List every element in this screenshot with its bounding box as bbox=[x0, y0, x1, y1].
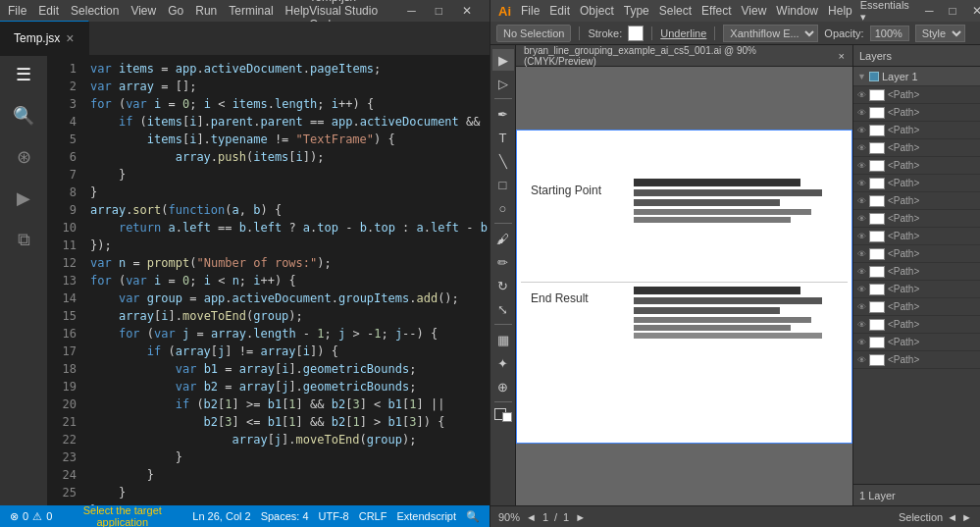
zoom-value[interactable]: 90% bbox=[498, 511, 520, 523]
layer-item[interactable]: 👁 <Path> bbox=[853, 192, 980, 210]
line-ending[interactable]: CRLF bbox=[359, 510, 387, 522]
ai-close[interactable]: ✕ bbox=[964, 2, 980, 20]
opacity-input[interactable] bbox=[870, 26, 909, 41]
xanthippe-select[interactable]: Xanthiflow E... bbox=[723, 25, 818, 42]
layer-item[interactable]: 👁 <Path> bbox=[853, 228, 980, 245]
status-nav-next[interactable]: ► bbox=[961, 511, 972, 523]
activity-extensions[interactable]: ⧉ bbox=[9, 225, 38, 254]
artboard-nav-next[interactable]: ► bbox=[575, 511, 586, 523]
layer-group-header[interactable]: ▼ Layer 1 bbox=[853, 67, 980, 86]
activity-search[interactable]: 🔍 bbox=[9, 101, 38, 131]
layer-item[interactable]: 👁 <Path> bbox=[853, 86, 980, 104]
stroke-color[interactable] bbox=[628, 26, 644, 41]
menu-go[interactable]: Go bbox=[168, 4, 183, 18]
ai-layers-panel: Layers ▼ Layer 1 👁 <Path> 👁 <Path> bbox=[852, 45, 980, 505]
menu-file[interactable]: File bbox=[8, 4, 26, 18]
tool-pen[interactable]: ✒ bbox=[492, 103, 514, 125]
menu-selection[interactable]: Selection bbox=[71, 4, 119, 18]
tool-rotate[interactable]: ↻ bbox=[492, 275, 514, 296]
layer-item[interactable]: 👁 <Path> bbox=[853, 263, 980, 281]
text-bar-1 bbox=[634, 179, 800, 186]
cursor-position[interactable]: Ln 26, Col 2 bbox=[192, 510, 250, 522]
tool-ellipse[interactable]: ○ bbox=[492, 197, 514, 219]
minimize-button[interactable]: ─ bbox=[397, 2, 426, 20]
activity-git[interactable]: ⊛ bbox=[9, 142, 38, 172]
end-result-label: End Result bbox=[531, 291, 589, 305]
tool-pencil[interactable]: ✏ bbox=[492, 251, 514, 273]
tool-scale[interactable]: ⤡ bbox=[492, 298, 514, 320]
ai-menu-bar[interactable]: File Edit Object Type Select Effect View… bbox=[521, 4, 852, 18]
search-icon[interactable]: 🔍 bbox=[466, 510, 480, 523]
ai-minimize[interactable]: ─ bbox=[917, 2, 942, 20]
layer-item[interactable]: 👁 <Path> bbox=[853, 351, 980, 369]
ai-menu-type[interactable]: Type bbox=[624, 4, 649, 18]
layer-item[interactable]: 👁 <Path> bbox=[853, 281, 980, 298]
layer-item[interactable]: 👁 <Path> bbox=[853, 210, 980, 228]
layer-item-label: <Path> bbox=[888, 160, 976, 171]
layer-item[interactable]: 👁 <Path> bbox=[853, 316, 980, 334]
status-nav-prev[interactable]: ◄ bbox=[947, 511, 957, 523]
layer-item[interactable]: 👁 <Path> bbox=[853, 245, 980, 263]
layer-item[interactable]: 👁 <Path> bbox=[853, 157, 980, 175]
layer-item[interactable]: 👁 <Path> bbox=[853, 298, 980, 316]
code-editor[interactable]: var items = app.activeDocument.pageItems… bbox=[82, 56, 490, 505]
ai-menu-window[interactable]: Window bbox=[776, 4, 818, 18]
menu-run[interactable]: Run bbox=[195, 4, 217, 18]
menu-view[interactable]: View bbox=[130, 4, 156, 18]
text-bar-5 bbox=[634, 217, 791, 223]
tool-brush[interactable]: 🖌 bbox=[492, 228, 514, 249]
close-button[interactable]: ✕ bbox=[452, 2, 482, 20]
ai-essentials[interactable]: Essentials ▾ bbox=[860, 0, 909, 24]
tab-close-icon[interactable]: × bbox=[66, 30, 74, 46]
vscode-activity-bar: ☰ 🔍 ⊛ ▶ ⧉ bbox=[0, 56, 47, 505]
canvas-filename: bryan_line_grouping_example_ai_cs5_001.a… bbox=[524, 45, 829, 67]
canvas-tab-close[interactable]: × bbox=[839, 50, 845, 62]
layer-thumb bbox=[869, 337, 885, 348]
menu-edit[interactable]: Edit bbox=[38, 4, 59, 18]
stroke-label: Stroke: bbox=[588, 27, 622, 39]
layer-item[interactable]: 👁 <Path> bbox=[853, 175, 980, 192]
layers-header: Layers bbox=[853, 45, 980, 67]
no-selection-btn[interactable]: No Selection bbox=[496, 25, 571, 42]
style-select[interactable]: Style bbox=[915, 25, 965, 42]
tab-tempjsx[interactable]: Temp.jsx × bbox=[0, 21, 89, 55]
encoding[interactable]: UTF-8 bbox=[319, 510, 349, 522]
layer-thumb bbox=[869, 142, 885, 154]
ai-menu-effect[interactable]: Effect bbox=[701, 4, 731, 18]
layer-thumb bbox=[869, 125, 885, 136]
indent-info[interactable]: Spaces: 4 bbox=[261, 510, 309, 522]
tool-text[interactable]: T bbox=[492, 127, 514, 148]
menu-terminal[interactable]: Terminal bbox=[229, 4, 273, 18]
ai-menu-view[interactable]: View bbox=[742, 4, 767, 18]
maximize-button[interactable]: □ bbox=[426, 2, 452, 20]
error-count[interactable]: ⊗ 0 ⚠ 0 bbox=[10, 510, 52, 523]
layer-item[interactable]: 👁 <Path> bbox=[853, 139, 980, 157]
tool-select[interactable]: ▶ bbox=[492, 49, 514, 71]
tool-eyedropper[interactable]: ✦ bbox=[492, 352, 514, 374]
tool-rect[interactable]: □ bbox=[492, 174, 514, 195]
tool-direct-select[interactable]: ▷ bbox=[492, 73, 514, 94]
ai-maximize[interactable]: □ bbox=[941, 2, 963, 20]
status-selection: Selection bbox=[899, 511, 943, 523]
ai-canvas[interactable]: Starting Point End Result bbox=[516, 67, 852, 505]
tool-zoom[interactable]: ⊕ bbox=[492, 376, 514, 397]
menu-help[interactable]: Help bbox=[285, 4, 310, 18]
layer-item[interactable]: 👁 <Path> bbox=[853, 122, 980, 139]
language-mode[interactable]: Extendscript bbox=[396, 510, 456, 522]
activity-explorer[interactable]: ☰ bbox=[9, 60, 38, 89]
ai-menu-help[interactable]: Help bbox=[828, 4, 852, 18]
eye-icon: 👁 bbox=[857, 90, 866, 100]
tool-line[interactable]: ╲ bbox=[492, 150, 514, 172]
layer-item[interactable]: 👁 <Path> bbox=[853, 104, 980, 122]
eye-icon: 👁 bbox=[857, 285, 866, 294]
tool-gradient[interactable]: ▦ bbox=[492, 329, 514, 350]
fill-stroke-indicator[interactable] bbox=[494, 408, 512, 422]
ai-menu-select[interactable]: Select bbox=[659, 4, 692, 18]
artboard-nav-prev[interactable]: ◄ bbox=[526, 511, 537, 523]
activity-debug[interactable]: ▶ bbox=[9, 184, 38, 213]
ai-menu-edit[interactable]: Edit bbox=[549, 4, 570, 18]
ai-menu-object[interactable]: Object bbox=[580, 4, 614, 18]
vscode-menu-bar[interactable]: File Edit Selection View Go Run Terminal… bbox=[8, 4, 309, 18]
layer-item[interactable]: 👁 <Path> bbox=[853, 334, 980, 351]
ai-menu-file[interactable]: File bbox=[521, 4, 540, 18]
